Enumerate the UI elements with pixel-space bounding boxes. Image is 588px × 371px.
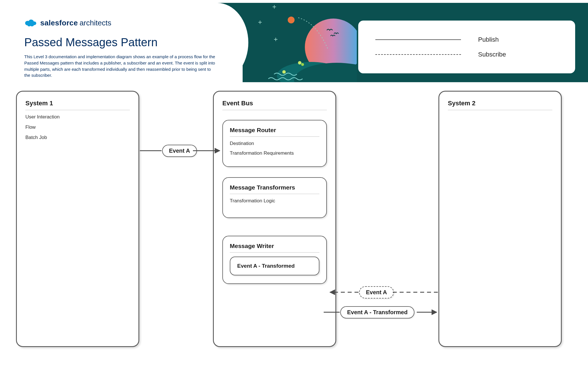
divider [230, 136, 319, 137]
divider [448, 110, 552, 110]
divider [25, 110, 130, 110]
system1-items: User Interaction Flow Batch Job [25, 114, 130, 140]
divider [222, 110, 327, 110]
legend: Publish Subscribe [358, 21, 575, 73]
divider [230, 194, 319, 194]
page-title: Passed Messages Pattern [24, 36, 158, 49]
list-item: Transformation Logic [230, 198, 319, 204]
list-item: User Interaction [25, 114, 130, 120]
message-router-title: Message Router [230, 127, 319, 134]
legend-row-subscribe: Subscribe [375, 51, 558, 58]
message-writer-title: Message Writer [230, 243, 319, 249]
node-message-transformers: Message Transformers Transformation Logi… [222, 177, 327, 218]
pill-subscribe-event-a: Event A [359, 286, 394, 299]
system2-title: System 2 [448, 100, 552, 107]
list-item: Flow [25, 124, 130, 130]
node-message-writer: Message Writer Event A - Transformed [222, 236, 327, 284]
legend-label-subscribe: Subscribe [478, 51, 506, 58]
pill-event-a: Event A [162, 145, 197, 157]
list-item: Transformation Requirements [230, 150, 319, 156]
page-description: This Level 3 documentation and implement… [24, 54, 216, 78]
message-transformers-items: Transformation Logic [230, 198, 319, 204]
node-system1: System 1 User Interaction Flow Batch Job [16, 91, 139, 347]
brand-wordmark: salesforcearchitects [40, 19, 111, 27]
legend-line-publish [375, 39, 461, 40]
svg-point-1 [288, 17, 295, 23]
message-transformers-title: Message Transformers [230, 184, 319, 191]
list-item: Batch Job [25, 135, 130, 140]
brand-suffix: architects [80, 19, 111, 27]
legend-line-subscribe [375, 54, 461, 55]
header-illustration [257, 3, 357, 82]
message-router-items: Destination Transformation Requirements [230, 141, 319, 156]
brand-name: salesforce [40, 19, 78, 27]
legend-label-publish: Publish [478, 36, 499, 43]
brand: salesforcearchitects [24, 19, 111, 27]
node-event-a-transformed: Event A - Transformed [230, 257, 319, 275]
pill-event-a-transformed: Event A - Transformed [340, 306, 414, 318]
node-system2: System 2 [438, 91, 562, 347]
legend-row-publish: Publish [375, 36, 558, 43]
event-a-transformed-label: Event A - Transformed [237, 263, 312, 269]
svg-point-6 [282, 70, 286, 74]
svg-point-4 [298, 61, 301, 64]
svg-point-5 [301, 63, 304, 66]
event-bus-title: Event Bus [222, 100, 327, 107]
node-message-router: Message Router Destination Transformatio… [222, 120, 327, 167]
system1-title: System 1 [25, 100, 130, 107]
divider [230, 252, 319, 253]
salesforce-cloud-icon [24, 19, 36, 27]
list-item: Destination [230, 141, 319, 146]
node-event-bus: Event Bus Message Router Destination Tra… [213, 91, 336, 347]
header: salesforcearchitects Passed Messages Pat… [0, 3, 588, 82]
